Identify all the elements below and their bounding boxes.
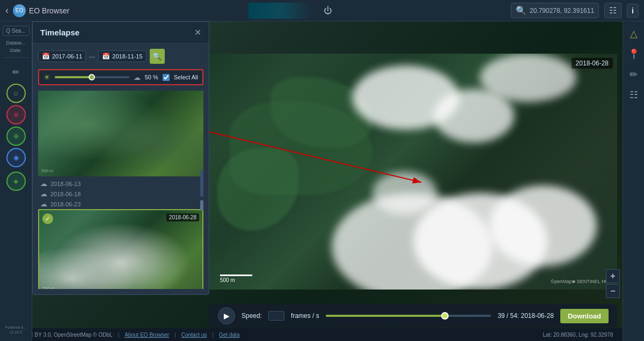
openstreetmap-credit: ©penMaps [551,279,574,284]
grid-button[interactable]: ☷ [626,87,642,103]
calendar-to-icon: 📅 [102,53,110,60]
select-all-checkbox[interactable] [163,74,170,81]
dialog-body: 📅 2017-06-11 — 📅 2018-11-15 🔍 ☀ ☁ 50 % S… [33,43,209,294]
thumbnail-image-row-selected[interactable]: ✓ 2018-06-28 500 m [38,209,203,289]
thumb-scale-label-selected: 500 m [42,286,54,289]
teal-header-decoration [248,3,313,19]
location-button[interactable]: 📍 [626,46,642,62]
footer-getdata-link[interactable]: Get data [219,332,239,338]
date-to-value: 2018-11-15 [112,53,142,60]
thumbnail-image-selected[interactable]: ✓ 2018-06-28 500 m [38,209,203,289]
power-icon[interactable]: ⏻ [324,6,332,16]
cloud-percentage: 50 % [145,74,158,80]
date-from-value: 2017-06-11 [52,53,82,60]
dialog-title: Timelapse [40,28,79,37]
green-layer-button[interactable]: ⊕ [6,127,26,146]
speed-input[interactable]: 1 [268,311,284,321]
blue-layer-button[interactable]: ◉ [6,148,26,167]
cloud-slider[interactable] [55,76,129,78]
search-icon: 🔍 [516,5,526,16]
footer-contact-link[interactable]: Contact us [181,332,207,338]
draw-tool-button[interactable]: ✏ [6,62,26,81]
footer-coordinates: Lat: 20.88360, Lng: 92.32978 [543,332,613,338]
thumbnail-image-row-1[interactable]: 500 m [38,91,203,176]
right-sidebar: △ 📍 ✏ ☷ [623,21,644,341]
playback-bar: ▶ Speed: 1 frames / s 39 / 54: 2018-06-2… [209,304,617,328]
date-range-row: 📅 2017-06-11 — 📅 2018-11-15 🔍 [38,49,203,64]
thumbnail-image-1[interactable]: 500 m [38,91,203,176]
green-layer-icon: ⊕ [13,132,19,140]
main-image-date-badge: 2018-06-28 [572,58,613,69]
fps-label: frames / s [291,312,319,320]
scroll-indicator [200,170,203,197]
thumb-date-13: 2018-06-13 [50,181,80,187]
red-layer-icon: ⊛ [13,111,19,118]
footer-sep-3: | [212,332,214,338]
map-style-button[interactable]: △ [626,26,642,42]
select-all-label: Select All [174,74,198,80]
thumbnail-list: 500 m ☁ 2018-06-13 ☁ 2018-06-18 ☁ 2018-0… [38,91,203,289]
scale-line [220,275,252,276]
back-button[interactable]: ‹ [5,5,9,16]
search-date-button[interactable]: 🔍 [150,49,165,64]
search-bar[interactable]: 🔍 20.790278, 92.391611 [511,3,599,18]
red-layer-button[interactable]: ⊛ [6,105,26,124]
thumb-date-23: 2018-06-23 [50,201,80,207]
search-area-label: Q Sea... [3,26,30,36]
speed-slider-thumb [441,312,449,320]
layers-button[interactable]: ☷ [604,3,621,18]
cloud-icon-13: ☁ [40,180,47,188]
alt-layer-button[interactable]: ◈ [6,172,26,191]
scale-label: 500 m [220,277,235,283]
speed-slider[interactable] [326,315,491,317]
scale-bar: 500 m [220,275,252,283]
cloud-filter-row: ☀ ☁ 50 % Select All [38,69,203,85]
app-title: EO Browser [29,6,69,15]
info-button[interactable]: i [627,4,639,18]
logo-icon: EO [13,4,26,17]
thumb-scale-label-1: 500 m [41,168,53,173]
zoom-controls: + − [606,269,620,298]
footer-about-link[interactable]: About EO Browser [125,332,169,338]
top-bar: ‹ EO EO Browser ⏻ 🔍 20.790278, 92.391611… [0,0,644,21]
cloud-slider-thumb [89,74,95,80]
timelapse-dialog: Timelapse ✕ 📅 2017-06-11 — 📅 2018-11-15 … [32,21,209,295]
cloud-icon-23: ☁ [40,200,47,208]
zoom-in-button[interactable]: + [606,269,620,283]
circle-icon: ○ [13,89,18,98]
calendar-from-icon: 📅 [42,53,50,60]
thumb-date-row-23: ☁ 2018-06-23 [38,199,203,209]
dialog-header: Timelapse ✕ [33,22,209,43]
selected-date-badge: 2018-06-28 [166,213,199,221]
annotation-button[interactable]: ✏ [626,66,642,83]
thumb-date-row-18: ☁ 2018-06-18 [38,189,203,199]
date-from-input[interactable]: 📅 2017-06-11 [38,50,86,62]
scroll-thumb[interactable] [200,200,203,211]
close-dialog-button[interactable]: ✕ [194,27,201,38]
date-separator: — [89,53,95,60]
zoom-out-button[interactable]: − [606,284,620,298]
thumbnail-item-1: 500 m [38,91,203,176]
cloud-icon-18: ☁ [40,190,47,198]
speed-label: Speed: [241,312,262,320]
thumb-date-row-13: ☁ 2018-06-13 [38,179,203,189]
date-to-input[interactable]: 📅 2018-11-15 [98,50,146,62]
logo-area: EO EO Browser [13,4,69,17]
main-image-area[interactable]: 2018-06-28 500 m ©penMaps ● SENTINEL HUB [209,54,617,290]
date-label: Date: [10,48,22,53]
thumb-date-18: 2018-06-18 [50,191,80,197]
download-button[interactable]: Download [560,309,609,323]
speed-slider-fill [326,315,445,317]
footer-sep-1: | [118,332,120,338]
bottom-footer: Carto © CC BY 3.0, OpenStreetMap © ODbL … [0,328,644,341]
left-sidebar: Q Sea... Datase... Date: ✏ ○ ⊛ ⊕ ◉ ◈ Pow… [0,21,32,341]
blue-layer-icon: ◉ [13,154,19,161]
cloud-3 [480,54,576,102]
play-button[interactable]: ▶ [218,307,235,324]
circle-tool-button[interactable]: ○ [6,84,26,103]
sidebar-divider-1 [3,57,28,58]
powered-by-label: Powered b...v2.16.3 [5,325,26,337]
frame-counter: 39 / 54: 2018-06-28 [497,312,554,320]
dataset-label: Datase... [6,40,25,46]
footer-sep-2: | [174,332,176,338]
